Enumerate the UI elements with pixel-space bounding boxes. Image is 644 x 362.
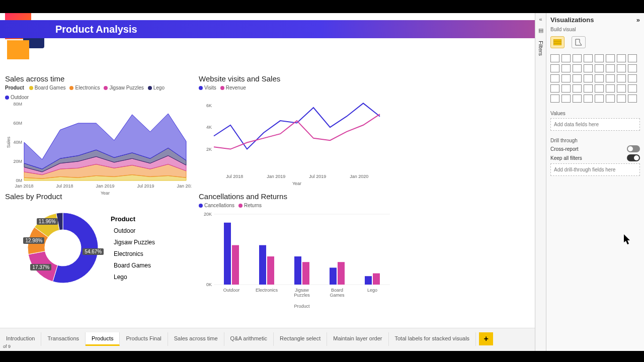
visual-type-icon[interactable] [584, 54, 593, 62]
values-field-well[interactable]: Add data fields here [550, 118, 640, 131]
visual-type-icon[interactable] [584, 84, 593, 93]
values-label: Values [546, 108, 644, 117]
visual-type-icon[interactable] [561, 95, 571, 103]
visual-type-icon[interactable] [573, 95, 582, 103]
visual-type-gallery [546, 52, 644, 108]
build-visual-button[interactable] [550, 36, 565, 48]
visual-type-icon[interactable] [606, 54, 615, 62]
visual-type-icon[interactable] [595, 54, 604, 62]
visual-type-icon[interactable] [573, 74, 582, 82]
visual-type-icon[interactable] [628, 54, 637, 62]
svg-rect-35 [338, 262, 345, 285]
visual-type-icon[interactable] [550, 54, 559, 62]
visual-type-icon[interactable] [606, 64, 615, 72]
page-tab[interactable]: Sales across time [168, 332, 224, 346]
filter-icon[interactable]: ▤ [538, 27, 543, 34]
visual-type-icon[interactable] [595, 95, 604, 103]
visual-type-icon[interactable] [628, 64, 637, 72]
svg-text:Jul 2019: Jul 2019 [309, 174, 326, 179]
page-tab[interactable]: Products [86, 332, 120, 346]
svg-text:Jul 2019: Jul 2019 [137, 184, 154, 189]
donut-slice-label: 17.37% [30, 264, 51, 270]
drillthrough-field-well[interactable]: Add drill-through fields here [550, 163, 640, 176]
svg-text:Lego: Lego [367, 288, 377, 293]
build-visual-label: Build visual [546, 27, 644, 34]
cross-report-toggle[interactable] [627, 145, 640, 152]
visual-type-icon[interactable] [550, 64, 559, 72]
format-visual-button[interactable] [572, 36, 586, 48]
visual-type-icon[interactable] [606, 74, 615, 82]
page-tab[interactable]: Products Final [120, 332, 168, 346]
svg-text:4K: 4K [206, 125, 212, 130]
svg-text:Electronics: Electronics [256, 288, 278, 293]
visual-type-icon[interactable] [550, 95, 559, 103]
svg-text:Puzzles: Puzzles [294, 293, 310, 298]
svg-rect-38 [365, 276, 372, 285]
svg-rect-24 [224, 223, 231, 285]
filters-pane-collapsed[interactable]: « ▤ Filters [535, 13, 546, 351]
collapse-icon[interactable]: « [539, 16, 542, 22]
page-tab[interactable]: Transactions [41, 332, 86, 346]
svg-text:Product: Product [294, 304, 310, 309]
tile-title: Website visits and Sales [199, 74, 385, 83]
tile-title: Cancellations and Returns [199, 192, 395, 201]
svg-text:0K: 0K [206, 282, 212, 287]
visual-type-icon[interactable] [561, 54, 571, 62]
visual-type-icon[interactable] [617, 95, 626, 103]
visual-type-icon[interactable] [628, 74, 637, 82]
visual-type-icon[interactable] [573, 54, 582, 62]
visual-type-icon[interactable] [573, 84, 582, 93]
visual-type-icon[interactable] [617, 84, 626, 93]
report-canvas[interactable]: Product Analysis Sales across time Produ… [0, 13, 535, 351]
svg-rect-25 [232, 245, 239, 285]
svg-text:Jul 2018: Jul 2018 [56, 184, 73, 189]
tile-cancellations[interactable]: Cancellations and Returns Cancellations … [199, 192, 395, 313]
svg-text:0M: 0M [16, 178, 22, 183]
expand-icon[interactable]: » [636, 16, 640, 24]
visual-type-icon[interactable] [628, 95, 637, 103]
visualizations-pane: Visualizations » Build visual Values Add… [546, 13, 644, 351]
svg-text:20K: 20K [204, 212, 212, 217]
svg-text:Jan 2019: Jan 2019 [267, 174, 285, 179]
svg-text:40M: 40M [13, 140, 22, 145]
page-tab[interactable]: Rectangle select [274, 332, 327, 346]
visual-type-icon[interactable] [617, 64, 626, 72]
svg-rect-28 [267, 256, 274, 285]
tile-visits-sales[interactable]: Website visits and Sales Visits Revenue … [199, 74, 385, 190]
svg-text:20M: 20M [13, 159, 22, 164]
visual-type-icon[interactable] [584, 74, 593, 82]
visual-type-icon[interactable] [561, 84, 571, 93]
svg-text:60M: 60M [13, 121, 22, 126]
tile-title: Sales across time [5, 74, 191, 83]
page-tab[interactable]: Q&A arithmetic [224, 332, 274, 346]
visual-type-icon[interactable] [606, 84, 615, 93]
visual-type-icon[interactable] [595, 84, 604, 93]
page-tab[interactable]: Maintain layer order [327, 332, 388, 346]
page-tab[interactable]: Total labels for stacked visuals [389, 332, 476, 346]
pane-title: Visualizations [550, 16, 594, 24]
add-page-button[interactable]: + [479, 332, 493, 345]
visual-type-icon[interactable] [573, 64, 582, 72]
visual-type-icon[interactable] [584, 64, 593, 72]
visual-type-icon[interactable] [595, 64, 604, 72]
visual-type-icon[interactable] [606, 95, 615, 103]
bar-chart: 0K20KOutdoorElectronicsJigsawPuzzlesBoar… [199, 209, 395, 310]
donut-slice-label: 12.98% [23, 237, 44, 244]
visual-type-icon[interactable] [550, 84, 559, 93]
visual-type-icon[interactable] [617, 54, 626, 62]
visual-type-icon[interactable] [561, 74, 571, 82]
donut-slice-label: 11.96% [37, 218, 58, 225]
tile-sales-by-product[interactable]: Sales by Product 54.67%17.37%12.98%11.96… [5, 192, 191, 308]
visual-type-icon[interactable] [561, 64, 571, 72]
visual-type-icon[interactable] [550, 74, 559, 82]
visual-type-icon[interactable] [584, 95, 593, 103]
svg-text:80M: 80M [13, 102, 22, 107]
svg-rect-31 [302, 262, 309, 285]
svg-text:Sales: Sales [6, 136, 11, 148]
drillthrough-label: Drill through [546, 135, 644, 144]
visual-type-icon[interactable] [628, 84, 637, 93]
visual-type-icon[interactable] [595, 74, 604, 82]
tile-sales-across-time[interactable]: Sales across time Product Board Games El… [5, 74, 191, 190]
keep-filters-toggle[interactable] [627, 154, 640, 161]
visual-type-icon[interactable] [617, 74, 626, 82]
